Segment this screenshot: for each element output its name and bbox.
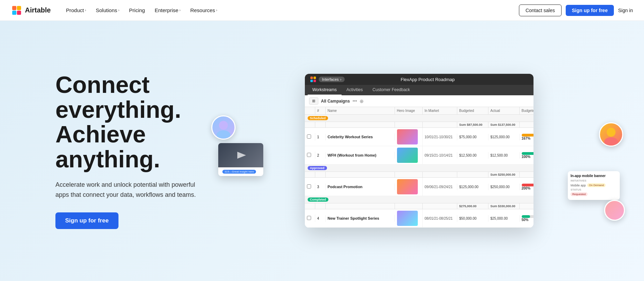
row-budgeted: $125,000.00: [457, 184, 488, 190]
sum-actual-approved: Sum $250,000.00: [488, 172, 520, 177]
table-row: 3 Podcast Promotion 09/06/21-09/24/21 $1…: [305, 178, 533, 196]
row-num: 3: [315, 184, 326, 190]
row-num: 4: [315, 215, 326, 222]
row-name: Podcast Promotion: [326, 183, 395, 190]
info-card-initiatives-label: INITIATIVES: [571, 179, 617, 182]
svg-marker-6: [237, 152, 246, 159]
table-row: 4 New Trainer Spotlight Series 08/01/21-…: [305, 209, 533, 228]
video-thumbnail: [218, 143, 263, 167]
row-image-thumbnail: [397, 211, 418, 226]
sum-budgeted-scheduled: Sum $87,500.00: [457, 122, 488, 128]
svg-point-12: [604, 137, 618, 146]
chevron-down-icon: ›: [340, 77, 342, 81]
row-date: 09/06/21-09/24/21: [423, 184, 457, 190]
row-image-thumbnail: [397, 129, 418, 144]
col-bar: Budgeted vs. Actual: [520, 107, 533, 114]
contact-sales-button[interactable]: Contact sales: [519, 5, 562, 16]
nav-enterprise[interactable]: Enterprise ›: [150, 5, 185, 15]
interfaces-badge: Interfaces ›: [319, 77, 345, 82]
row-checkbox[interactable]: [305, 151, 315, 159]
row-bar: 100%: [520, 151, 533, 160]
row-pct: 100%: [522, 155, 533, 159]
chevron-icon: ›: [118, 8, 119, 12]
row-pct: 200%: [522, 186, 533, 190]
hero-headline: Connect everything. Achieve anything.: [55, 72, 201, 172]
more-options-icon[interactable]: •••: [353, 99, 357, 104]
svg-point-11: [607, 128, 616, 137]
video-label: 315—Great insight here: [218, 167, 263, 176]
app-toolbar: ⊞ All Campaigns ••• ⊕: [305, 95, 533, 107]
logo[interactable]: Airtable: [11, 5, 51, 16]
row-actual: $25,000.00: [488, 215, 520, 222]
add-icon[interactable]: ⊕: [360, 98, 364, 104]
grid-icon: ⊞: [312, 99, 315, 103]
table-body: Scheduled Sum $87,500.00 Sum $137,500.00…: [305, 115, 533, 228]
status-completed-badge: Completed: [308, 197, 329, 202]
nav-product[interactable]: Product ›: [62, 5, 90, 15]
row-num: 2: [315, 152, 326, 159]
toolbar-title: All Campaigns: [321, 99, 350, 104]
row-name: WFH (Workout from Home): [326, 152, 395, 159]
row-actual: $125,000.00: [488, 134, 520, 140]
tab-workstreams[interactable]: Workstreams: [308, 85, 342, 95]
table-row: 1 Celebrity Workout Series 10/01/21-10/3…: [305, 128, 533, 146]
row-checkbox[interactable]: [305, 133, 315, 141]
row-checkbox[interactable]: [305, 183, 315, 191]
nav-actions: Contact sales Sign up for free Sign in: [519, 5, 633, 16]
nav-solutions[interactable]: Solutions ›: [92, 5, 124, 15]
info-card-status-label: STATUS: [571, 188, 617, 191]
row-checkbox[interactable]: [305, 214, 315, 222]
svg-point-4: [219, 121, 228, 130]
avatar-3: [604, 200, 625, 221]
row-bar: 50%: [520, 214, 533, 223]
col-actual: Actual: [488, 107, 520, 114]
logo-text: Airtable: [25, 6, 51, 14]
row-date: 10/01/21-10/30/21: [423, 134, 457, 140]
chevron-icon: ›: [179, 8, 180, 12]
app-topbar-left: Interfaces ›: [310, 77, 345, 82]
row-num: 1: [315, 134, 326, 140]
nav-resources[interactable]: Resources ›: [186, 5, 221, 15]
col-hero-image: Hero Image: [395, 107, 423, 114]
row-image: [395, 209, 423, 227]
section-completed: Completed: [305, 196, 533, 203]
signup-nav-button[interactable]: Sign up for free: [566, 5, 614, 16]
play-icon: [230, 148, 251, 162]
tab-activities[interactable]: Activities: [342, 85, 368, 95]
hero-section: Connect everything. Achieve anything. Ac…: [0, 21, 644, 281]
signup-hero-button[interactable]: Sign up for free: [55, 212, 118, 229]
row-name: New Trainer Spotlight Series: [326, 215, 395, 222]
col-name: Name: [326, 107, 395, 114]
chevron-icon: ›: [85, 8, 86, 12]
sum-row-completed: $275,000.00 Sum $330,000.00: [305, 203, 533, 209]
section-approved: Approved: [305, 165, 533, 172]
nav-pricing[interactable]: Pricing: [125, 5, 149, 15]
info-card-title: In-app mobile banner: [571, 174, 617, 178]
row-date: 09/15/21-10/14/21: [423, 152, 457, 159]
svg-rect-9: [310, 80, 313, 82]
on-demand-tag: On Demand: [587, 183, 606, 187]
row-budgeted: $50,000.00: [457, 215, 488, 222]
svg-rect-7: [310, 77, 313, 79]
col-budgeted: Budgeted: [457, 107, 488, 114]
chevron-icon: ›: [216, 8, 217, 12]
col-num: #: [315, 107, 326, 114]
table-row: 2 WFH (Workout from Home) 09/15/21-10/14…: [305, 146, 533, 165]
app-topbar: Interfaces › FlexApp Product Roadmap: [305, 74, 533, 85]
video-card: 315—Great insight here: [218, 143, 263, 176]
status-approved-badge: Approved: [308, 166, 327, 170]
row-name: Celebrity Workout Series: [326, 133, 395, 140]
tab-customer-feedback[interactable]: Customer Feedback: [368, 85, 415, 95]
svg-rect-10: [314, 80, 316, 82]
row-actual: $250,000.00: [488, 184, 520, 190]
hero-subtext: Accelerate work and unlock potential wit…: [55, 180, 201, 200]
grid-view-badge: ⊞: [309, 97, 318, 105]
svg-rect-3: [17, 10, 21, 15]
sum-budgeted-completed: $275,000.00: [457, 203, 488, 209]
signin-button[interactable]: Sign in: [618, 8, 633, 13]
requested-tag: Requested: [571, 192, 588, 196]
info-card-status-value: Requested: [571, 192, 617, 196]
svg-rect-1: [17, 6, 21, 10]
app-logo-small: [310, 77, 316, 82]
svg-rect-8: [314, 77, 316, 79]
